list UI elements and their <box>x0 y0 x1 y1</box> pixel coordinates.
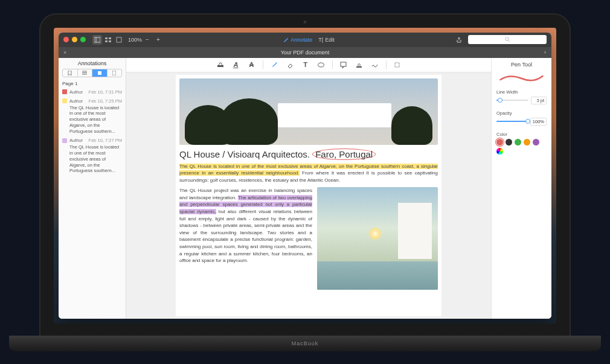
annotate-toolbar: A A T <box>126 58 491 72</box>
svg-rect-18 <box>395 63 399 67</box>
svg-rect-13 <box>112 71 116 75</box>
secondary-image <box>317 187 438 290</box>
annotate-mode-button[interactable]: Annotate <box>280 36 315 44</box>
annotation-list-item[interactable]: AuthorFeb 10, 7:31 PM <box>59 88 126 97</box>
annotation-list-item[interactable]: AuthorFeb 10, 7:25 PMThe QL House is loc… <box>59 97 126 136</box>
laptop-frame: 100% − + Annotate T| Edit <box>39 13 571 351</box>
strikethrough-tool[interactable]: A <box>247 60 257 69</box>
page-viewport[interactable]: QL House / Visioarq Arquitectos. Faro, P… <box>126 72 491 319</box>
text-tool[interactable]: T <box>301 60 310 69</box>
annotation-author: Author <box>69 89 83 95</box>
main-panel: A A T <box>126 58 491 319</box>
inspector-title: Pen Tool <box>496 62 547 68</box>
annotation-preview-text: The QL House is located in one of the mo… <box>69 105 122 135</box>
opacity-value[interactable]: 100% <box>530 118 547 126</box>
sidebar-tab-annotations[interactable] <box>92 69 107 77</box>
sidebar-title: Annotations <box>59 58 126 69</box>
content-area: Annotations Page 1 AuthorFeb 10, 7:31 PM… <box>59 58 551 319</box>
sidebar-tabs <box>62 69 122 77</box>
close-window-button[interactable] <box>63 37 69 42</box>
annotations-sidebar: Annotations Page 1 AuthorFeb 10, 7:31 PM… <box>59 58 126 319</box>
search-icon <box>505 37 510 42</box>
svg-rect-0 <box>94 37 100 42</box>
page-view-button[interactable] <box>114 35 124 45</box>
signature-tool[interactable] <box>370 60 380 69</box>
svg-rect-2 <box>105 37 108 39</box>
search-input[interactable] <box>468 35 547 44</box>
stamp-tool[interactable] <box>355 60 364 69</box>
annotation-preview-text: The QL House is located in one of the mo… <box>69 144 122 174</box>
opacity-label: Opacity <box>496 110 547 116</box>
annotation-icon <box>62 98 67 103</box>
svg-line-8 <box>508 40 509 42</box>
app-window: 100% − + Annotate T| Edit <box>59 33 551 319</box>
color-swatch[interactable] <box>515 139 521 145</box>
pen-tool[interactable] <box>269 60 279 69</box>
color-swatch[interactable] <box>506 139 512 145</box>
laptop-model-label: MacBook <box>292 340 319 346</box>
laptop-base: MacBook <box>9 336 601 351</box>
paragraph-2: The QL House project was an exercise in … <box>179 187 312 264</box>
annotation-time: Feb 10, 7:25 PM <box>89 98 122 104</box>
inspector-panel: Pen Tool Line Width 3 pt Opacity 100% Co… <box>491 58 551 319</box>
window-controls <box>63 37 86 42</box>
color-label: Color <box>496 132 547 137</box>
color-swatch[interactable] <box>496 139 503 145</box>
svg-rect-5 <box>109 40 111 42</box>
color-swatch[interactable] <box>496 148 503 155</box>
svg-point-15 <box>318 63 324 67</box>
annotation-time: Feb 10, 7:27 PM <box>89 138 122 143</box>
document-page: QL House / Visioarq Arquitectos. Faro, P… <box>176 75 441 316</box>
annotation-list-item[interactable]: AuthorFeb 10, 7:27 PMThe QL House is loc… <box>59 136 126 176</box>
shape-tool[interactable] <box>316 60 326 69</box>
line-width-slider[interactable] <box>496 100 528 101</box>
svg-rect-14 <box>217 65 223 67</box>
opacity-slider[interactable] <box>496 121 528 122</box>
eraser-tool[interactable] <box>285 60 295 69</box>
sidebar-tab-bookmarks[interactable] <box>63 69 77 77</box>
annotation-author: Author <box>69 98 83 104</box>
sidebar-page-label: Page 1 <box>59 80 126 88</box>
desktop-wallpaper: 100% − + Annotate T| Edit <box>54 28 556 324</box>
svg-rect-6 <box>117 37 121 42</box>
window-titlebar: 100% − + Annotate T| Edit <box>59 33 551 47</box>
new-tab-button[interactable]: + <box>544 49 547 56</box>
camera <box>304 21 307 24</box>
line-width-value[interactable]: 3 pt <box>531 97 547 104</box>
annotation-time: Feb 10, 7:31 PM <box>89 89 122 95</box>
document-tab-bar: × Your PDF document + <box>59 47 551 58</box>
edit-mode-label: Edit <box>325 37 335 43</box>
annotation-author: Author <box>69 138 83 143</box>
highlight-tool[interactable] <box>216 60 225 69</box>
zoom-in-button[interactable]: + <box>153 35 163 45</box>
thumbnail-view-button[interactable] <box>103 35 113 45</box>
sidebar-toggle-button[interactable] <box>92 35 102 45</box>
document-tab-title[interactable]: Your PDF document <box>281 49 330 56</box>
sidebar-tab-outline[interactable] <box>77 69 92 77</box>
tab-close-button[interactable]: × <box>63 49 66 56</box>
hero-image <box>179 78 438 145</box>
svg-rect-12 <box>98 71 101 75</box>
maximize-window-button[interactable] <box>80 37 86 42</box>
color-swatch[interactable] <box>533 139 539 145</box>
sidebar-tab-thumbnails[interactable] <box>107 69 122 77</box>
svg-rect-4 <box>105 40 108 42</box>
svg-point-7 <box>505 37 508 40</box>
crop-tool[interactable] <box>393 60 402 69</box>
share-button[interactable] <box>454 35 464 45</box>
color-swatches <box>496 139 547 155</box>
paragraph-1: The QL House is located in one of the mo… <box>179 163 438 184</box>
minimize-window-button[interactable] <box>72 37 77 42</box>
underline-tool[interactable]: A <box>231 60 241 69</box>
edit-mode-button[interactable]: T| Edit <box>315 36 337 44</box>
color-swatch[interactable] <box>524 139 530 145</box>
annotate-mode-label: Annotate <box>291 37 312 43</box>
oval-annotation[interactable]: Faro, Portugal <box>312 148 376 160</box>
zoom-out-button[interactable]: − <box>143 35 152 45</box>
note-tool[interactable] <box>339 60 348 69</box>
pen-preview <box>496 71 547 83</box>
svg-rect-3 <box>109 37 111 39</box>
zoom-level[interactable]: 100% <box>128 37 142 43</box>
annotation-icon <box>62 138 67 143</box>
line-width-label: Line Width <box>496 89 547 95</box>
